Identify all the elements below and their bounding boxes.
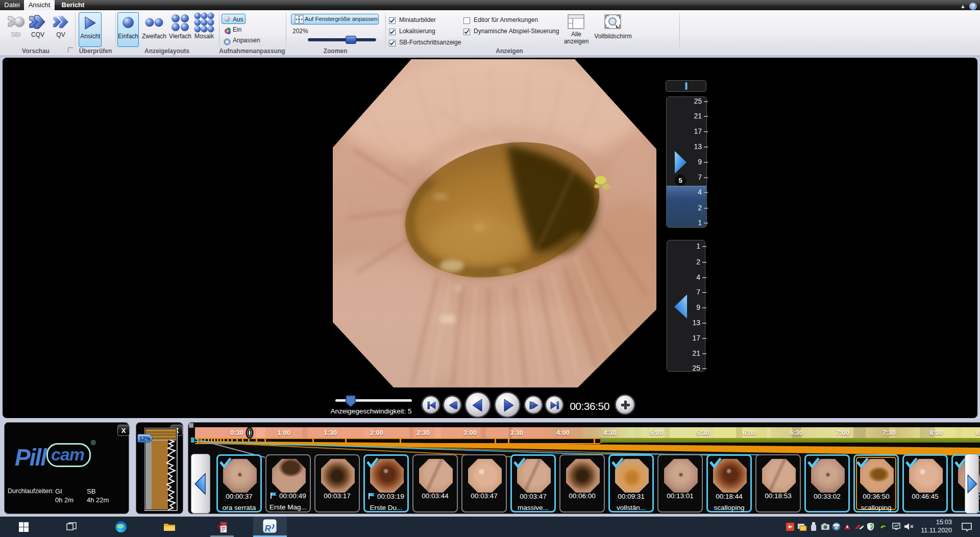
svg-text:9: 9 <box>698 158 702 166</box>
svg-text:17: 17 <box>694 127 702 135</box>
svg-text:00:36:50: 00:36:50 <box>570 400 609 412</box>
svg-text:25: 25 <box>692 364 700 372</box>
svg-text:4: 4 <box>698 188 702 196</box>
svg-text:2: 2 <box>698 204 702 212</box>
svg-text:Anzeigegeschwindigkeit: 5: Anzeigegeschwindigkeit: 5 <box>330 407 411 415</box>
svg-text:21: 21 <box>692 349 700 357</box>
svg-text:1: 1 <box>698 218 702 227</box>
svg-text:17: 17 <box>692 334 700 342</box>
svg-text:4: 4 <box>696 273 700 281</box>
svg-text:5: 5 <box>678 177 682 184</box>
svg-text:9: 9 <box>696 303 700 311</box>
svg-text:7: 7 <box>696 288 700 296</box>
svg-text:7: 7 <box>698 173 702 181</box>
svg-text:1: 1 <box>696 242 700 250</box>
svg-text:21: 21 <box>694 112 702 120</box>
svg-text:13: 13 <box>692 319 700 327</box>
svg-text:25: 25 <box>694 97 702 105</box>
svg-text:13: 13 <box>694 142 702 151</box>
svg-text:2: 2 <box>696 258 700 266</box>
